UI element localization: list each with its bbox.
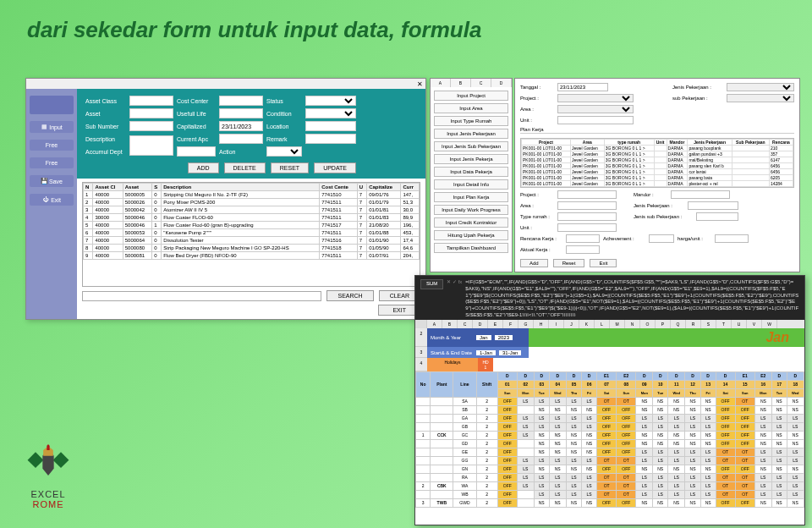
asset-grid[interactable]: NAsset ClAssetSDescriptionCost CenteUCap…: [82, 182, 420, 287]
grid-row[interactable]: 64000050000530"Kerosene Pump 2"""7741511…: [84, 229, 420, 237]
achievement-input[interactable]: [649, 234, 674, 243]
grid-row[interactable]: 43000050000460Flow Coater FLOD-607741511…: [84, 214, 420, 222]
menu-button[interactable]: Input Daily Work Progress: [434, 205, 508, 215]
search-button[interactable]: SEARCH: [326, 290, 373, 301]
close-icon[interactable]: ✕: [417, 80, 423, 88]
grid-row[interactable]: 14000050000050Stripping Old Meguro II No…: [84, 191, 420, 199]
plan-row[interactable]: PK001-00 LOT01-00Jewel Garden3G BORONG 0…: [522, 175, 793, 181]
rt-add-button[interactable]: Add: [520, 259, 548, 267]
sched-row[interactable]: RA2OFFLSLSLSLSLSOTOTLSLSLSLSLSOTOTLSLSLS: [416, 473, 804, 481]
rt-exit-button[interactable]: Exit: [590, 259, 617, 267]
location-input[interactable]: [305, 121, 356, 131]
fx-icon: ✕ ✓ fx: [447, 279, 462, 286]
sched-row[interactable]: 3TWBGWD2OFFNSNSNSNSOFFOFFNSNSNSNSNSOFFOF…: [416, 498, 804, 507]
tanggal-label: Tanggal :: [520, 85, 554, 90]
sched-row[interactable]: 2CBKWA2OFFLSLSLSLSLSOTOTLSLSLSLSLSOTOTLS…: [416, 481, 804, 490]
search-input[interactable]: [82, 291, 321, 301]
jenis-pek2-input[interactable]: [688, 201, 738, 210]
capitalized-input[interactable]: [219, 121, 263, 131]
menu-button[interactable]: Tampilkan Dashboard: [434, 243, 508, 253]
sub-number-input[interactable]: [129, 121, 173, 131]
condition-select[interactable]: [305, 108, 356, 118]
type-rumah-input[interactable]: [557, 212, 617, 221]
grid-row[interactable]: 74000050000640Dissolution Tester77415167…: [84, 237, 420, 245]
action-select[interactable]: [266, 146, 302, 157]
menu-button[interactable]: Input Detail Info: [434, 179, 508, 190]
sidebar-input-button[interactable]: ▦Input: [30, 121, 74, 133]
remark-input[interactable]: [305, 134, 356, 144]
jenis-pekerjaan-select[interactable]: [727, 83, 794, 91]
jenis-sub-input[interactable]: [696, 212, 738, 221]
plan-row[interactable]: PK001-00 LOT01-00Jewel Garden3G BORONG 0…: [522, 163, 793, 169]
unit-input[interactable]: [557, 116, 634, 124]
menu-button[interactable]: Input Type Rumah: [434, 116, 508, 126]
sched-row[interactable]: SA2OFFLSLSLSLSLSOTOTNSNSNSNSNSOFFOTNSNSN…: [416, 397, 804, 405]
sched-row[interactable]: GB2OFFLSLSLSLSLSOFFOFFLSLSLSLSLSOFFOFFLS…: [416, 422, 804, 431]
asset-class-input[interactable]: [129, 96, 173, 106]
cell-reference[interactable]: SUM: [420, 279, 443, 289]
schedule-table[interactable]: NoPlantLineShiftDDDDDDE1E2DDDDDDE1E2DD 0…: [415, 371, 804, 508]
current-apc-input[interactable]: [219, 134, 263, 144]
update-button[interactable]: UPDATE: [314, 162, 356, 173]
plan-row[interactable]: PK001-00 LOT01-00Jewel Garden3G BORONG 0…: [522, 146, 793, 151]
unit2-input[interactable]: [557, 223, 617, 232]
sched-row[interactable]: 1CCKGC2OFFLSNSNSNSNSOFFOFFNSNSNSNSNSOFFO…: [416, 431, 804, 439]
sched-row[interactable]: SB2OFFNSNSNSNSOFFOFFNSNSNSNSNSOFFOFFNSNS…: [416, 405, 804, 414]
rencana-input[interactable]: [566, 234, 600, 243]
plan-row[interactable]: PK001-00 LOT01-00Jewel Garden3G BORONG 0…: [522, 181, 793, 187]
sched-row[interactable]: GN2OFFLSNSNSNSNSOFFOFFNSNSNSNSNSOFFOFFNS…: [416, 465, 804, 473]
status-select[interactable]: [305, 96, 356, 106]
mandor-input[interactable]: [671, 190, 730, 199]
plan-row[interactable]: PK001-00 LOT01-00Jewel Garden3G BORONG 0…: [522, 151, 793, 157]
tanggal-input[interactable]: [557, 83, 608, 91]
sched-row[interactable]: GA2OFFLSLSLSLSLSOFFOFFLSLSLSLSLSOFFOFFLS…: [416, 414, 804, 422]
grid-row[interactable]: 54000050000461Flow Coater Flod-60 (gran …: [84, 222, 420, 229]
excel-col-header: C: [458, 320, 473, 328]
project-select[interactable]: [557, 94, 634, 102]
harga-input[interactable]: [715, 234, 749, 243]
rt-reset-button[interactable]: Reset: [553, 259, 585, 267]
aktual-input[interactable]: [566, 245, 600, 254]
area-select[interactable]: [557, 105, 634, 113]
useful-life-input[interactable]: [219, 108, 263, 118]
formula-bar[interactable]: =IF(G$5="EOM","",IF(AND(G$5>"D","OFF",IF…: [465, 279, 799, 316]
month-value[interactable]: Jan: [476, 335, 491, 340]
excel-col-header: L: [595, 320, 610, 328]
grid-row[interactable]: 24000050000260Pony Mixer PCMS-2007741511…: [84, 199, 420, 206]
grid-row[interactable]: 34000050000420Atomizer AW II IV 57741511…: [84, 206, 420, 214]
menu-button[interactable]: Input Jenis Pekerja: [434, 154, 508, 164]
menu-button[interactable]: Input Project: [434, 91, 508, 101]
grid-row[interactable]: 94000050000810Flow Bed Dryer (FBD) NFOD-…: [84, 252, 420, 260]
reset-button[interactable]: RESET: [271, 162, 309, 173]
sidebar-free2-button[interactable]: Free: [30, 157, 74, 168]
menu-button[interactable]: Input Jenis Pekerjaan: [434, 129, 508, 139]
menu-button[interactable]: Input Credit Kontraktor: [434, 217, 508, 228]
plan-kerja-grid[interactable]: ProjectAreatype rumahUnitMandorJenis Pek…: [520, 138, 794, 188]
sidebar-free1-button[interactable]: Free: [30, 140, 74, 151]
menu-button[interactable]: Input Plan Kerja: [434, 192, 508, 202]
add-button[interactable]: ADD: [188, 162, 219, 173]
cost-center-input[interactable]: [219, 96, 263, 106]
sched-row[interactable]: GE2OFFNSNSNSNSOFFOFFLSLSLSLSLSOTOTLSLSLS: [416, 448, 804, 456]
plan-row[interactable]: PK001-00 LOT01-00Jewel Garden3G BORONG 0…: [522, 169, 793, 175]
sidebar-save-button[interactable]: 💾Save: [30, 175, 74, 187]
project2-input[interactable]: [557, 190, 617, 199]
grid-row[interactable]: 84000050000800Strip Packaging New Meguro…: [84, 245, 420, 252]
menu-button[interactable]: Hitung Upah Pekerja: [434, 230, 508, 240]
description-input[interactable]: [129, 135, 173, 156]
sched-row[interactable]: GG2OFFLSLSLSLSLSOTOTLSLSLSLSLSOTOTLSLSLS: [416, 456, 804, 465]
plan-row[interactable]: PK001-00 LOT01-00Jewel Garden3G BORONG 0…: [522, 157, 793, 163]
menu-button[interactable]: Input Data Pekerja: [434, 167, 508, 177]
sched-row[interactable]: WB2OFFLSLSLSLSOTOTLSLSLSLSLSOTOTLSLSLS: [416, 490, 804, 498]
delete-button[interactable]: DELETE: [224, 162, 266, 173]
sidebar-exit-button[interactable]: ⏻Exit: [30, 194, 74, 206]
menu-button[interactable]: Input Jenis Sub Pekerjaan: [434, 141, 508, 151]
accumul-dept-input[interactable]: [177, 146, 216, 157]
area2-input[interactable]: [557, 201, 617, 210]
menu-window: ABCD Input ProjectInput AreaInput Type R…: [430, 78, 513, 272]
year-value[interactable]: 2023: [495, 335, 513, 340]
sub-pekerjaan-select[interactable]: [727, 94, 794, 102]
asset-input[interactable]: [129, 108, 173, 118]
menu-button[interactable]: Input Area: [434, 103, 508, 113]
sched-row[interactable]: GD2OFFNSNSNSNSOFFOFFNSNSNSNSNSOFFOFFNSNS…: [416, 439, 804, 448]
